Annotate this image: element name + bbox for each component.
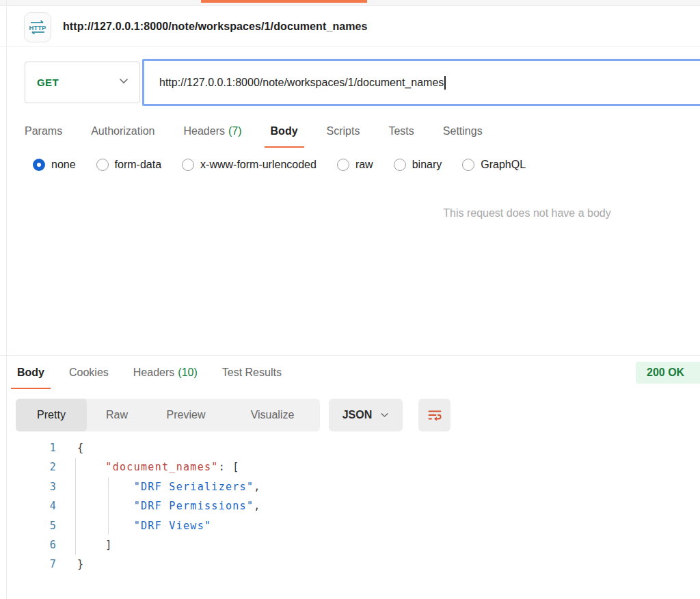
response-tab-headers-label: Headers: [133, 367, 174, 378]
tab-settings-label: Settings: [443, 125, 483, 137]
svg-text:HTTP: HTTP: [29, 24, 46, 31]
response-tab-body[interactable]: Body: [11, 362, 51, 389]
request-title: http://127.0.0.1:8000/note/workspaces/1/…: [63, 21, 368, 33]
line-number: 7: [7, 555, 57, 574]
view-tab-pretty[interactable]: Pretty: [16, 399, 87, 431]
status-badge: 200 OK: [636, 362, 700, 384]
response-tab-body-label: Body: [17, 367, 44, 378]
radio-form-data[interactable]: form-data: [96, 159, 161, 171]
radio-unselected-icon: [337, 159, 349, 171]
response-tab-cookies-label: Cookies: [69, 367, 109, 378]
chevron-down-icon: [380, 412, 389, 418]
radio-graphql-label: GraphQL: [481, 159, 526, 171]
tab-params[interactable]: Params: [18, 121, 68, 148]
view-tab-pretty-label: Pretty: [37, 409, 66, 421]
tab-authorization-label: Authorization: [91, 125, 154, 137]
indent-guide: [108, 477, 109, 535]
view-tab-preview-label: Preview: [167, 409, 206, 421]
tab-scripts-label: Scripts: [327, 125, 360, 137]
view-tab-visualize[interactable]: Visualize: [225, 399, 320, 431]
request-response-divider: [0, 355, 700, 356]
tab-headers-label: Headers: [184, 125, 225, 137]
tab-headers[interactable]: Headers(7): [178, 121, 248, 148]
radio-unselected-icon: [96, 159, 109, 171]
text-cursor: [444, 76, 446, 90]
view-tab-raw-label: Raw: [106, 409, 128, 421]
code-line: 2 "document_names": [: [7, 457, 700, 477]
url-input[interactable]: http://127.0.0.1:8000/note/workspaces/1/…: [142, 59, 700, 106]
line-number: 3: [7, 477, 57, 496]
response-tab-headers[interactable]: Headers(10): [127, 362, 204, 389]
response-tab-test-results-label: Test Results: [222, 367, 282, 378]
response-tab-cookies[interactable]: Cookies: [63, 362, 115, 389]
code-line: 5 "DRF Views": [7, 516, 700, 535]
indent-guide: [75, 458, 76, 555]
response-view-switcher: Pretty Raw Preview Visualize: [16, 399, 320, 431]
line-number: 2: [7, 457, 57, 477]
request-header: HTTP http://127.0.0.1:8000/note/workspac…: [0, 7, 700, 46]
radio-x-www-form-urlencoded-label: x-www-form-urlencoded: [200, 159, 317, 171]
radio-unselected-icon: [462, 159, 474, 171]
wrap-line-icon: [427, 407, 443, 423]
code-line: 6 ]: [7, 535, 700, 555]
url-input-value: http://127.0.0.1:8000/note/workspaces/1/…: [159, 77, 444, 89]
request-tab-bar: Params Authorization Headers(7) Body Scr…: [18, 121, 489, 148]
radio-binary-label: binary: [412, 159, 442, 171]
tab-body-label: Body: [271, 125, 298, 137]
line-number: 5: [7, 516, 57, 535]
response-headers-count-badge: (10): [178, 367, 197, 378]
radio-selected-icon: [33, 159, 45, 171]
tab-settings[interactable]: Settings: [437, 121, 489, 148]
tab-tests[interactable]: Tests: [382, 121, 420, 148]
response-tab-test-results[interactable]: Test Results: [216, 362, 288, 389]
tab-scripts[interactable]: Scripts: [321, 121, 366, 148]
line-number: 6: [7, 535, 57, 555]
chevron-down-icon: [119, 78, 129, 84]
top-tab-strip: [0, 0, 700, 6]
method-label: GET: [37, 77, 59, 88]
tab-authorization[interactable]: Authorization: [85, 121, 161, 148]
radio-x-www-form-urlencoded[interactable]: x-www-form-urlencoded: [182, 159, 317, 171]
code-line: 3 "DRF Serializers",: [7, 477, 700, 496]
tab-params-label: Params: [25, 125, 62, 137]
view-tab-raw[interactable]: Raw: [87, 399, 147, 431]
tab-tests-label: Tests: [388, 125, 414, 137]
code-line: 4 "DRF Permissions",: [7, 496, 700, 516]
radio-unselected-icon: [394, 159, 406, 171]
format-dropdown-label: JSON: [342, 409, 373, 421]
view-tab-visualize-label: Visualize: [251, 409, 295, 421]
line-number: 1: [7, 438, 57, 457]
tab-body[interactable]: Body: [265, 121, 304, 148]
radio-unselected-icon: [182, 159, 194, 171]
line-number: 4: [7, 496, 57, 516]
radio-binary[interactable]: binary: [394, 159, 442, 171]
response-body-viewer: 1 { 2 "document_names": [ 3 "DRF Seriali…: [7, 438, 700, 574]
code-line: 1 {: [7, 438, 700, 457]
method-dropdown[interactable]: GET: [25, 62, 140, 103]
wrap-line-button[interactable]: [418, 399, 450, 431]
radio-none[interactable]: none: [33, 159, 76, 171]
empty-body-message: This request does not have a body: [443, 207, 611, 219]
format-dropdown[interactable]: JSON: [329, 399, 403, 431]
body-type-selector: none form-data x-www-form-urlencoded raw…: [33, 159, 526, 171]
radio-graphql[interactable]: GraphQL: [462, 159, 526, 171]
view-tab-preview[interactable]: Preview: [147, 399, 225, 431]
http-method-icon: HTTP: [24, 12, 51, 42]
active-tab-indicator: [201, 0, 367, 3]
postman-request-window: HTTP http://127.0.0.1:8000/note/workspac…: [0, 0, 700, 599]
code-line: 7 }: [7, 555, 700, 574]
headers-count-badge: (7): [228, 125, 242, 137]
radio-form-data-label: form-data: [115, 159, 161, 171]
radio-none-label: none: [51, 159, 76, 171]
response-tab-bar: Body Cookies Headers(10) Test Results: [11, 362, 288, 389]
radio-raw-label: raw: [355, 159, 373, 171]
radio-raw[interactable]: raw: [337, 159, 373, 171]
